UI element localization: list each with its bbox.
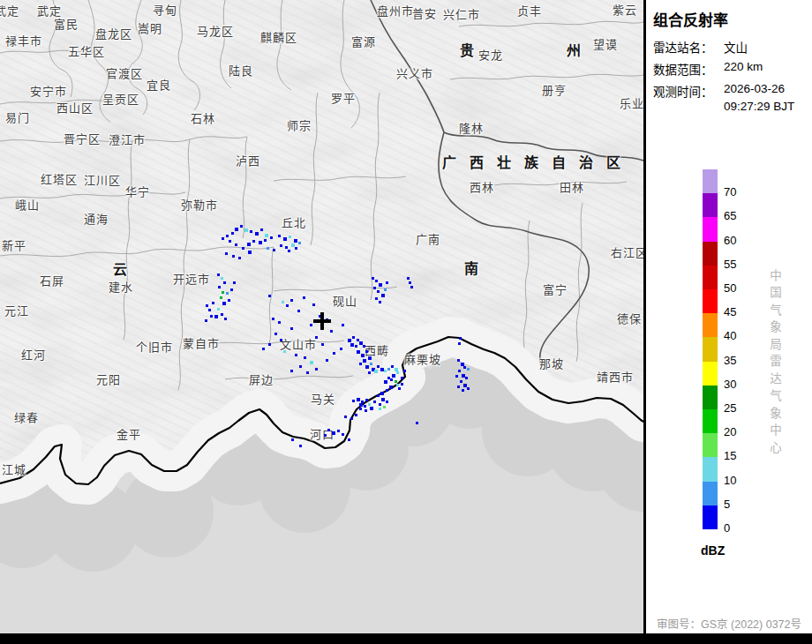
echo-pixel [455, 375, 458, 378]
echo-pixel [248, 251, 252, 254]
echo-pixel [303, 296, 305, 299]
echo-pixel [401, 383, 403, 386]
echo-pixel [379, 408, 381, 410]
echo-pixel [398, 387, 401, 390]
echo-pixel [359, 403, 363, 407]
map-label: 河口 [310, 425, 335, 442]
echo-pixel [235, 243, 237, 246]
echo-pixel [344, 416, 347, 418]
echo-pixel [465, 377, 468, 379]
echo-pixel [252, 240, 255, 243]
echo-pixel [379, 283, 382, 287]
echo-pixel [235, 228, 238, 231]
echo-pixel [375, 280, 378, 282]
map-label: 田林 [560, 178, 584, 195]
colorbar-segment [703, 482, 718, 505]
echo-pixel [226, 292, 229, 295]
echo-pixel [359, 363, 362, 365]
province-label: 广西壮族自治区 [442, 151, 634, 172]
map-label: 西山区 [56, 99, 94, 116]
echo-pixel [368, 356, 372, 360]
echo-pixel [409, 281, 411, 284]
map-label: 右江区 [611, 243, 643, 260]
echo-pixel [282, 301, 284, 303]
map-label: 盘龙区 [95, 25, 132, 41]
echo-pixel [244, 228, 248, 232]
echo-pixel [363, 359, 366, 363]
info-panel: 组合反射率 雷达站名： 文山 数据范围： 220 km 观测时间： 2026-0… [646, 0, 812, 633]
echo-pixel [392, 374, 395, 378]
map-label: 禄丰市 [5, 32, 42, 49]
province-label: 云 [113, 258, 127, 279]
echo-pixel [370, 363, 372, 365]
echo-pixel [255, 232, 259, 236]
map-label: 马关 [311, 390, 335, 407]
echo-pixel [377, 290, 380, 293]
echo-pixel [289, 236, 291, 238]
echo-pixel [324, 434, 327, 437]
echo-pixel [327, 429, 330, 431]
echo-pixel [280, 244, 282, 247]
echo-pixel [381, 398, 385, 401]
colorbar-segment [703, 193, 718, 217]
map-label: 安龙 [478, 46, 503, 63]
echo-pixel [310, 324, 312, 326]
echo-pixel [396, 384, 399, 386]
echo-pixel [401, 377, 403, 379]
map-label: 望谟 [593, 35, 618, 52]
map-label: 贞丰 [517, 2, 542, 19]
echo-pixel [205, 319, 207, 322]
map-label: 安宁市 [30, 82, 67, 99]
map-label: 师宗 [287, 116, 312, 133]
echo-pixel [306, 371, 309, 374]
map-label: 麻栗坡 [404, 350, 441, 367]
colorbar-segment [703, 217, 718, 241]
echo-pixel [228, 299, 230, 302]
colorbar-tick: 60 [724, 234, 736, 247]
echo-pixel [290, 370, 293, 372]
echo-pixel [283, 350, 286, 353]
echo-pixel [312, 303, 315, 306]
map-label: 金平 [117, 425, 141, 442]
echo-pixel [222, 302, 226, 305]
echo-pixel [467, 368, 470, 371]
echo-pixel [389, 386, 393, 389]
colorbar-tick: 55 [724, 258, 736, 271]
echo-pixel [390, 378, 393, 381]
echo-pixel [396, 371, 399, 374]
echo-pixel [384, 288, 387, 291]
echo-pixel [288, 250, 290, 252]
map-label: 那坡 [539, 355, 564, 371]
map-label: 德保 [617, 310, 642, 326]
echo-pixel [226, 235, 229, 237]
echo-pixel [326, 359, 328, 362]
map-label: 石林 [191, 109, 215, 126]
echo-pixel [379, 301, 381, 303]
map-label: 紫云 [613, 1, 637, 18]
map-label: 华宁 [125, 183, 150, 199]
echo-pixel [363, 345, 365, 348]
echo-pixel [259, 241, 262, 244]
colorbar-segment [703, 457, 718, 481]
echo-pixel [361, 354, 365, 357]
echo-pixel [462, 389, 464, 392]
map-label: 绿春 [14, 408, 39, 425]
bottom-border-bar [0, 633, 812, 644]
echo-pixel [370, 407, 373, 410]
map-label: 富民 [54, 15, 79, 32]
echo-pixel [467, 387, 470, 390]
colorbar-tick: 25 [724, 401, 736, 415]
echo-pixel [384, 370, 387, 372]
map-label: 丘北 [282, 213, 306, 230]
echo-pixel [208, 309, 211, 311]
map-label: 册亨 [542, 81, 567, 98]
echo-pixel [291, 438, 294, 441]
echo-pixel [274, 333, 277, 335]
echo-pixel [238, 257, 241, 259]
echo-pixel [283, 237, 287, 241]
map-label: 屏边 [249, 371, 274, 387]
echo-pixel [386, 401, 388, 403]
echo-pixel [315, 368, 318, 371]
echo-pixel [386, 389, 388, 392]
echo-pixel [286, 304, 289, 307]
